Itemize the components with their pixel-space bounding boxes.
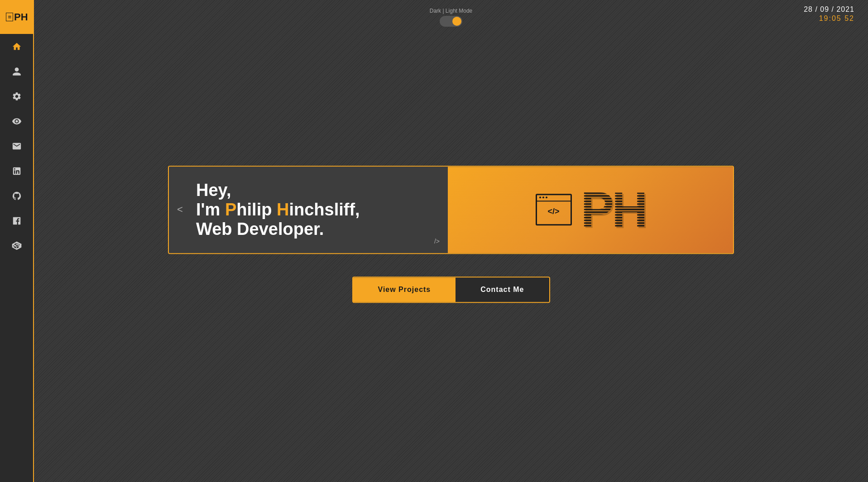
line2-middle: hilip (236, 200, 277, 219)
hero-line1: Hey, (196, 181, 360, 200)
logo-text: PH (14, 11, 28, 23)
code-window-icon: </> (536, 194, 572, 225)
dot2 (542, 196, 544, 198)
hero-right-panel: </> PH (448, 167, 733, 253)
sidebar-item-facebook[interactable] (0, 208, 33, 233)
hero-buttons: View Projects Contact Me (352, 277, 550, 303)
main-content: Dark | Light Mode 28 / 09 / 2021 19:05 5… (34, 0, 868, 482)
logo-bar: ≡ PH (0, 0, 34, 34)
sidebar-item-github[interactable] (0, 183, 33, 208)
dot1 (539, 196, 541, 198)
menu-icon: ≡ (6, 13, 13, 21)
theme-label: Dark | Light Mode (430, 8, 473, 14)
ph-monogram: PH (581, 185, 646, 234)
hero-section: < Hey, I'm Philip Hinchsliff, Web Develo… (168, 166, 734, 303)
time-display: 19:05 52 (804, 14, 854, 23)
sidebar (0, 0, 34, 482)
view-projects-button[interactable]: View Projects (353, 277, 456, 302)
sidebar-item-codepen[interactable] (0, 233, 33, 258)
sidebar-item-mail[interactable] (0, 134, 33, 158)
theme-toggle[interactable] (440, 16, 462, 27)
line2-suffix: inchsliff, (289, 200, 360, 219)
sidebar-item-profile[interactable] (0, 59, 33, 84)
sidebar-item-settings[interactable] (0, 84, 33, 109)
hero-left-panel: < Hey, I'm Philip Hinchsliff, Web Develo… (169, 167, 448, 253)
top-bar: Dark | Light Mode 28 / 09 / 2021 19:05 5… (34, 0, 868, 34)
hero-line2: I'm Philip Hinchsliff, (196, 200, 360, 220)
date-display: 28 / 09 / 2021 (804, 5, 854, 14)
sidebar-item-preview[interactable] (0, 109, 33, 134)
hero-line3: Web Developer. (196, 220, 360, 239)
datetime: 28 / 09 / 2021 19:05 52 (804, 5, 854, 23)
bracket-close: /> (434, 238, 440, 245)
window-dots (539, 196, 547, 198)
toggle-knob (452, 17, 461, 26)
hero-text: Hey, I'm Philip Hinchsliff, Web Develope… (187, 181, 360, 239)
line2-prefix: I'm (196, 200, 225, 219)
highlight-p: P (225, 200, 236, 219)
contact-me-button[interactable]: Contact Me (456, 277, 549, 302)
sidebar-item-linkedin[interactable] (0, 158, 33, 183)
highlight-h: H (277, 200, 289, 219)
dot3 (546, 196, 547, 198)
theme-toggle-area: Dark | Light Mode (430, 8, 473, 27)
bracket-open: < (177, 204, 183, 215)
hero-card: < Hey, I'm Philip Hinchsliff, Web Develo… (168, 166, 734, 254)
code-brackets: </> (548, 207, 560, 216)
sidebar-item-home[interactable] (0, 34, 33, 59)
